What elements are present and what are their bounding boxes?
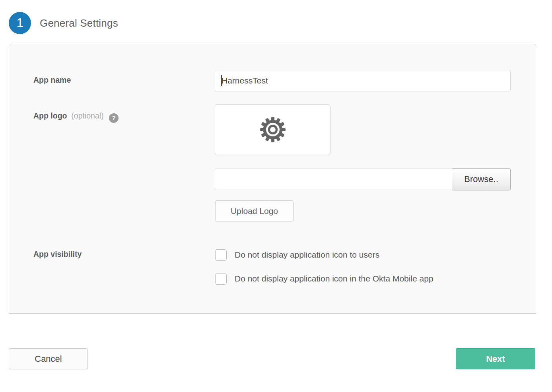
text-cursor xyxy=(221,75,222,86)
checkbox-label: Do not display application icon in the O… xyxy=(235,274,433,283)
visibility-option-row: Do not display application icon in the O… xyxy=(215,273,433,285)
logo-file-row: Browse.. xyxy=(215,169,511,190)
general-settings-page: 1 General Settings App name App logo (op… xyxy=(0,0,552,392)
app-logo-label: App logo (optional) ? xyxy=(33,111,119,123)
app-logo-label-text: App logo xyxy=(33,111,67,120)
next-button[interactable]: Next xyxy=(456,348,535,369)
cancel-button[interactable]: Cancel xyxy=(9,348,88,369)
step-header: 1 General Settings xyxy=(9,11,118,35)
checkbox-label: Do not display application icon to users xyxy=(235,250,379,260)
hide-icon-users-checkbox[interactable] xyxy=(215,249,227,261)
app-name-input[interactable] xyxy=(215,70,511,91)
optional-label: (optional) xyxy=(69,111,104,120)
app-visibility-label: App visibility xyxy=(33,250,82,259)
help-icon[interactable]: ? xyxy=(109,113,119,123)
browse-button[interactable]: Browse.. xyxy=(452,168,511,190)
logo-placeholder-box xyxy=(215,104,330,155)
visibility-option-row: Do not display application icon to users xyxy=(215,249,379,261)
gear-icon xyxy=(259,116,286,143)
hide-icon-mobile-checkbox[interactable] xyxy=(215,273,227,285)
app-name-label: App name xyxy=(33,76,71,85)
page-title: General Settings xyxy=(40,17,118,29)
step-number-badge: 1 xyxy=(9,12,31,34)
upload-logo-button[interactable]: Upload Logo xyxy=(215,200,293,221)
app-name-input-wrap xyxy=(215,70,511,91)
